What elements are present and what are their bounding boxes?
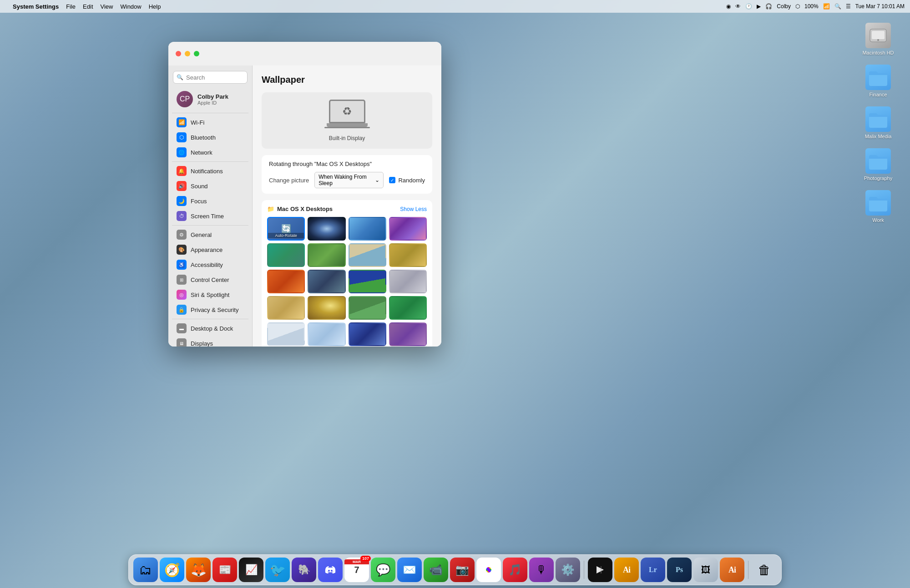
wallpaper-thumb-horizon[interactable] xyxy=(267,322,305,346)
finance-folder-icon xyxy=(865,65,891,90)
desktop-icon-photography[interactable]: Photography xyxy=(860,148,896,181)
notification-icon[interactable]: ☰ xyxy=(846,3,851,10)
dock-app-ai[interactable]: Ai xyxy=(614,558,639,582)
sidebar-item-focus[interactable]: 🌙 Focus xyxy=(171,194,249,208)
dock-app-photoshop[interactable]: Ps xyxy=(667,558,692,582)
desktop-icon-finance[interactable]: Finance xyxy=(860,65,896,97)
dock-app-news[interactable]: 📰 xyxy=(212,558,237,582)
dock-app-safari[interactable]: 🧭 xyxy=(160,558,184,582)
search-input[interactable] xyxy=(173,71,248,84)
wallpaper-thumb-clouds[interactable] xyxy=(389,270,427,293)
sidebar-item-displays[interactable]: 🖥 Displays xyxy=(171,336,249,347)
dock-app-firefox[interactable]: 🦊 xyxy=(186,558,211,582)
wallpaper-thumb-autorotate[interactable]: 🔄 Auto-Rotate xyxy=(267,217,305,241)
wallpaper-thumb-purple[interactable] xyxy=(389,217,427,241)
desktop-icon-work[interactable]: Work xyxy=(860,190,896,223)
menu-view[interactable]: View xyxy=(101,3,113,10)
wallpaper-thumb-green-hills[interactable] xyxy=(389,296,427,320)
sidebar-label-sound: Sound xyxy=(191,183,208,190)
maximize-button[interactable] xyxy=(194,51,199,56)
wallpaper-thumb-blue-wave[interactable] xyxy=(349,217,386,241)
sidebar-item-siri[interactable]: ◎ Siri & Spotlight xyxy=(171,287,249,302)
dock-app-trash[interactable]: 🗑 xyxy=(752,558,777,582)
dock-app-photobooth[interactable]: 📷 xyxy=(450,558,475,582)
wallpaper-thumb-hills[interactable] xyxy=(349,296,386,320)
dock-app-finalcut[interactable] xyxy=(588,558,612,582)
sidebar-item-wifi[interactable]: 📶 Wi-Fi xyxy=(171,115,249,130)
location-icon[interactable]: ◉ xyxy=(726,3,731,10)
dock-app-facetime[interactable]: 📹 xyxy=(424,558,448,582)
bluetooth-icon[interactable]: ⬡ xyxy=(795,3,800,10)
macosx-desktops-title: Mac OS X Desktops xyxy=(277,206,333,212)
sidebar-item-controlcenter[interactable]: ⊞ Control Center xyxy=(171,272,249,287)
sidebar-divider-3 xyxy=(172,225,248,226)
randomly-checkbox[interactable]: ✓ xyxy=(389,177,395,183)
dock-app-mastodon[interactable]: 🐘 xyxy=(292,558,316,582)
wallpaper-thumb-ice[interactable] xyxy=(308,322,345,346)
wallpaper-thumb-galaxy[interactable] xyxy=(308,217,345,241)
desktop-icon-malix-media[interactable]: Malix Media xyxy=(860,106,896,139)
user-profile-item[interactable]: CP Colby Park Apple ID xyxy=(171,87,249,111)
app-menu-system-settings[interactable]: System Settings xyxy=(13,3,59,10)
dock-app-stocks[interactable]: 📈 xyxy=(239,558,263,582)
dock-app-finder[interactable]: 🗂 xyxy=(133,558,158,582)
dock-app-discord[interactable] xyxy=(318,558,343,582)
sidebar-item-privacy[interactable]: 🔒 Privacy & Security xyxy=(171,302,249,317)
dock-app-mail[interactable]: ✉️ xyxy=(397,558,422,582)
menu-help[interactable]: Help xyxy=(149,3,161,10)
wallpaper-thumb-earth[interactable] xyxy=(349,270,386,293)
sidebar-item-screentime[interactable]: ⏱ Screen Time xyxy=(171,209,249,223)
sidebar-item-notifications[interactable]: 🔔 Notifications xyxy=(171,164,249,178)
dock-app-music[interactable]: 🎵 xyxy=(503,558,527,582)
wallpaper-thumb-blue-swirl[interactable] xyxy=(308,270,345,293)
randomly-checkbox-label[interactable]: ✓ Randomly xyxy=(389,177,425,184)
wallpaper-thumb-wheat[interactable] xyxy=(389,243,427,267)
dock-app-calendar[interactable]: MAR 7 107 xyxy=(344,558,369,582)
dock-app-ai2[interactable]: Ai xyxy=(720,558,744,582)
wifi-icon[interactable]: 📶 xyxy=(823,3,830,10)
dock-app-photos[interactable] xyxy=(476,558,501,582)
sidebar-label-siri: Siri & Spotlight xyxy=(191,291,229,298)
clock-icon[interactable]: 🕐 xyxy=(745,3,752,10)
wallpaper-thumb-fire[interactable] xyxy=(267,270,305,293)
sidebar-item-accessibility[interactable]: ♿ Accessibility xyxy=(171,257,249,272)
svg-point-2 xyxy=(877,39,879,41)
change-picture-dropdown[interactable]: When Waking From Sleep ⌄ xyxy=(314,172,384,188)
sidebar-item-desktopdock[interactable]: ▬ Desktop & Dock xyxy=(171,321,249,336)
dropdown-chevron-icon: ⌄ xyxy=(375,177,379,183)
dock-app-lightroom[interactable]: Lr xyxy=(641,558,665,582)
dock-app-syspreferences[interactable]: ⚙️ xyxy=(556,558,580,582)
menu-window[interactable]: Window xyxy=(120,3,141,10)
wallpaper-thumb-spiral[interactable] xyxy=(308,296,345,320)
sidebar-item-general[interactable]: ⚙ General xyxy=(171,227,249,242)
minimize-button[interactable] xyxy=(185,51,190,56)
screentime-icon[interactable]: 👁 xyxy=(735,3,741,10)
wallpaper-thumb-beach[interactable] xyxy=(349,243,386,267)
dock-app-messages[interactable]: 💬 xyxy=(371,558,395,582)
sidebar-item-network[interactable]: 🌐 Network xyxy=(171,145,249,160)
dock-app-podcasts[interactable]: 🎙 xyxy=(529,558,554,582)
close-button[interactable] xyxy=(176,51,181,56)
sidebar-label-notifications: Notifications xyxy=(191,168,223,175)
audio-icon[interactable]: 🎧 xyxy=(765,3,772,10)
show-less-button[interactable]: Show Less xyxy=(400,206,427,212)
wallpaper-thumb-bamboo[interactable] xyxy=(308,243,345,267)
sidebar-item-sound[interactable]: 🔊 Sound xyxy=(171,179,249,193)
sidebar-divider-4 xyxy=(172,319,248,319)
wallpaper-thumb-desert[interactable] xyxy=(267,296,305,320)
sidebar-item-bluetooth[interactable]: ⬡ Bluetooth xyxy=(171,130,249,145)
search-icon[interactable]: 🔍 xyxy=(834,3,841,10)
username-label: Colby xyxy=(777,3,791,10)
randomly-label: Randomly xyxy=(398,177,425,184)
wallpaper-thumb-teal-wave[interactable] xyxy=(267,243,305,267)
play-icon[interactable]: ▶ xyxy=(757,3,761,10)
sidebar-divider-2 xyxy=(172,161,248,162)
sidebar-item-appearance[interactable]: 🎨 Appearance xyxy=(171,242,249,257)
desktop-icon-macintosh-hd[interactable]: Macintosh HD xyxy=(860,23,896,55)
menu-file[interactable]: File xyxy=(66,3,76,10)
menu-edit[interactable]: Edit xyxy=(83,3,93,10)
wallpaper-thumb-blue-abstract[interactable] xyxy=(349,322,386,346)
dock-app-twitter[interactable]: 🐦 xyxy=(265,558,290,582)
wallpaper-thumb-purple-mist[interactable] xyxy=(389,322,427,346)
dock-app-slideshow[interactable]: 🖼 xyxy=(693,558,718,582)
